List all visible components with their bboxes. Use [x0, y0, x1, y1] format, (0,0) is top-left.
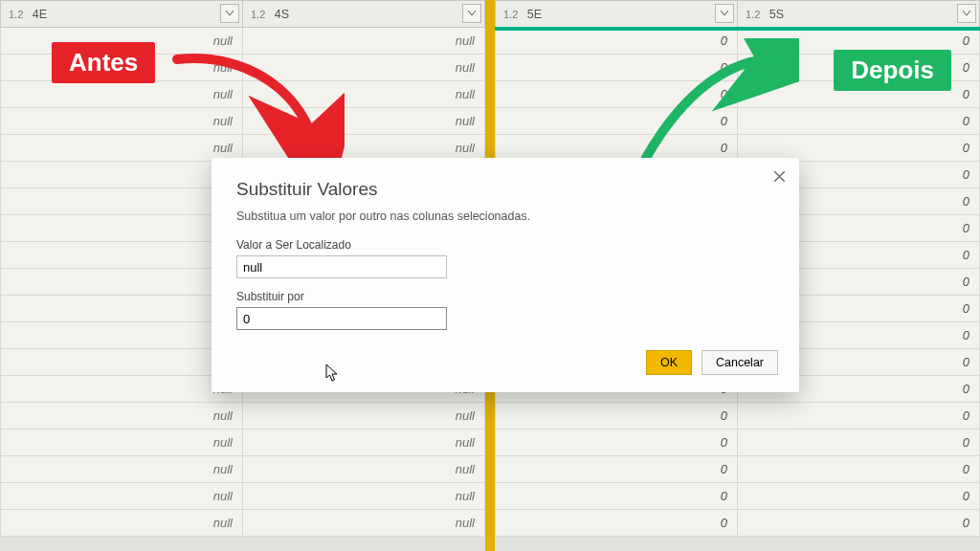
table-row[interactable]: nullnull — [1, 456, 485, 483]
cell-value[interactable]: 0 — [738, 430, 980, 456]
table-row[interactable]: 00 — [496, 510, 980, 537]
column-header-4e[interactable]: 1.2 4E — [1, 1, 243, 28]
table-row[interactable]: 00 — [496, 430, 980, 456]
cell-value[interactable]: 0 — [738, 403, 980, 430]
cell-value[interactable]: null — [1, 430, 243, 456]
cell-value[interactable]: null — [1, 269, 243, 296]
table-row[interactable]: 00 — [496, 108, 980, 135]
dialog-button-row: OK Cancelar — [646, 350, 778, 375]
dialog-close-button[interactable] — [768, 165, 790, 187]
cell-value[interactable]: null — [1, 510, 243, 537]
column-dropdown-button[interactable] — [462, 4, 481, 23]
before-label-badge: Antes — [52, 42, 155, 83]
table-row[interactable]: 00 — [496, 456, 980, 483]
table-row[interactable]: nullnull — [1, 430, 485, 456]
dialog-subtitle: Substitua um valor por outro nas colunas… — [236, 209, 774, 223]
column-dropdown-button[interactable] — [715, 4, 734, 23]
cell-value[interactable]: 0 — [496, 430, 738, 456]
cell-value[interactable]: null — [1, 322, 243, 349]
cell-value[interactable]: null — [1, 456, 243, 483]
cell-value[interactable]: null — [243, 55, 485, 81]
table-row[interactable]: 00 — [496, 483, 980, 510]
replace-label: Substituir por — [236, 290, 774, 303]
cell-value[interactable]: 0 — [738, 108, 980, 135]
table-row[interactable]: nullnull — [1, 108, 485, 135]
chevron-down-icon — [226, 11, 234, 16]
cell-value[interactable]: null — [243, 483, 485, 510]
column-header-5s[interactable]: 1.2 5S — [738, 1, 980, 28]
cell-value[interactable]: null — [243, 81, 485, 108]
datatype-label: 1.2 — [243, 9, 271, 20]
column-name: 4E — [33, 8, 47, 21]
cell-value[interactable]: null — [1, 135, 243, 162]
cell-value[interactable]: 0 — [496, 483, 738, 510]
table-header-row: 1.2 4E 1.2 4S — [1, 1, 485, 28]
datatype-label: 1.2 — [496, 9, 523, 20]
cell-value[interactable]: null — [1, 162, 243, 188]
column-name: 4S — [275, 8, 289, 21]
close-icon — [774, 171, 785, 182]
cell-value[interactable]: null — [1, 108, 243, 135]
cell-value[interactable]: 0 — [496, 403, 738, 430]
column-dropdown-button[interactable] — [220, 4, 239, 23]
cell-value[interactable]: null — [1, 188, 243, 215]
after-label-badge: Depois — [834, 50, 951, 91]
cell-value[interactable]: 0 — [738, 456, 980, 483]
cell-value[interactable]: null — [1, 296, 243, 322]
chevron-down-icon — [963, 11, 970, 16]
cell-value[interactable]: null — [243, 510, 485, 537]
cancel-button[interactable]: Cancelar — [702, 350, 778, 375]
cell-value[interactable]: 0 — [496, 28, 738, 55]
ok-button[interactable]: OK — [646, 350, 692, 375]
dialog-title: Substituir Valores — [236, 179, 774, 200]
cell-value[interactable]: null — [243, 108, 485, 135]
table-row[interactable]: nullnull — [1, 81, 485, 108]
chevron-down-icon — [468, 11, 476, 16]
datatype-label: 1.2 — [1, 9, 29, 20]
table-header-row: 1.2 5E 1.2 5S — [496, 1, 980, 28]
table-row[interactable]: nullnull — [1, 483, 485, 510]
cell-value[interactable]: null — [1, 215, 243, 242]
cell-value[interactable]: 0 — [738, 483, 980, 510]
column-name: 5E — [527, 8, 542, 21]
cell-value[interactable]: 0 — [738, 510, 980, 537]
cell-value[interactable]: 0 — [496, 108, 738, 135]
datatype-label: 1.2 — [738, 9, 766, 20]
cell-value[interactable]: null — [1, 81, 243, 108]
cell-value[interactable]: null — [243, 403, 485, 430]
selection-accent-bar — [495, 27, 980, 31]
cell-value[interactable]: null — [243, 430, 485, 456]
cell-value[interactable]: 0 — [496, 81, 738, 108]
column-name: 5S — [769, 8, 784, 21]
column-dropdown-button[interactable] — [957, 4, 976, 23]
replace-values-dialog: Substituir Valores Substitua um valor po… — [212, 158, 799, 392]
chevron-down-icon — [721, 11, 728, 16]
table-row[interactable]: nullnull — [1, 403, 485, 430]
cell-value[interactable]: null — [1, 403, 243, 430]
cell-value[interactable]: null — [1, 349, 243, 376]
table-row[interactable]: 00 — [496, 403, 980, 430]
replace-input[interactable] — [236, 307, 447, 330]
find-input[interactable] — [236, 255, 447, 278]
column-header-4s[interactable]: 1.2 4S — [243, 1, 485, 28]
cell-value[interactable]: null — [243, 28, 485, 55]
cell-value[interactable]: 0 — [496, 456, 738, 483]
find-label: Valor a Ser Localizado — [236, 238, 774, 252]
cell-value[interactable]: null — [1, 242, 243, 269]
cell-value[interactable]: null — [243, 456, 485, 483]
cell-value[interactable]: 0 — [496, 55, 738, 81]
mouse-cursor-icon — [325, 364, 341, 383]
cell-value[interactable]: 0 — [496, 510, 738, 537]
cell-value[interactable]: null — [1, 483, 243, 510]
column-header-5e[interactable]: 1.2 5E — [496, 1, 738, 28]
cell-value[interactable]: null — [1, 376, 243, 403]
table-row[interactable]: nullnull — [1, 510, 485, 537]
